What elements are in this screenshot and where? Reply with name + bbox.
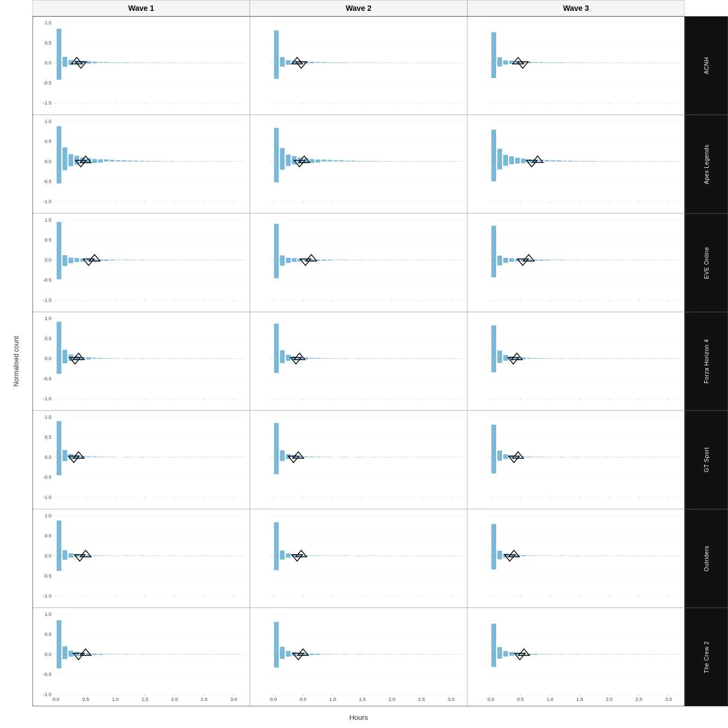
- row-label-eve: EVE Online: [685, 213, 728, 312]
- col-header-wave3: Wave 3: [467, 0, 685, 16]
- y-axis-wrapper: Normalised count: [0, 16, 32, 706]
- row-label-thecrew2: The Crew 2: [685, 608, 728, 706]
- row-labels: ACNH Apex Legends EVE Online Forza Horiz…: [685, 16, 728, 706]
- row-label-acnh: ACNH: [685, 16, 728, 115]
- row-label-apex: Apex Legends: [685, 115, 728, 213]
- row-label-forza: Forza Horizon 4: [685, 312, 728, 411]
- col-header-wave2: Wave 2: [250, 0, 467, 16]
- x-axis-label: Hours: [349, 713, 368, 722]
- main-container: Wave 1 Wave 2 Wave 3 ACNH Apex Legends E…: [0, 0, 728, 728]
- x-axis-wrapper: Hours: [32, 706, 685, 728]
- y-axis-label: Normalised count: [12, 336, 20, 386]
- row-label-outriders: Outriders: [685, 509, 728, 608]
- chart-canvas: [32, 16, 685, 706]
- column-headers: Wave 1 Wave 2 Wave 3: [32, 0, 685, 16]
- row-label-gtsport: GT Sport: [685, 411, 728, 509]
- col-header-wave1: Wave 1: [32, 0, 250, 16]
